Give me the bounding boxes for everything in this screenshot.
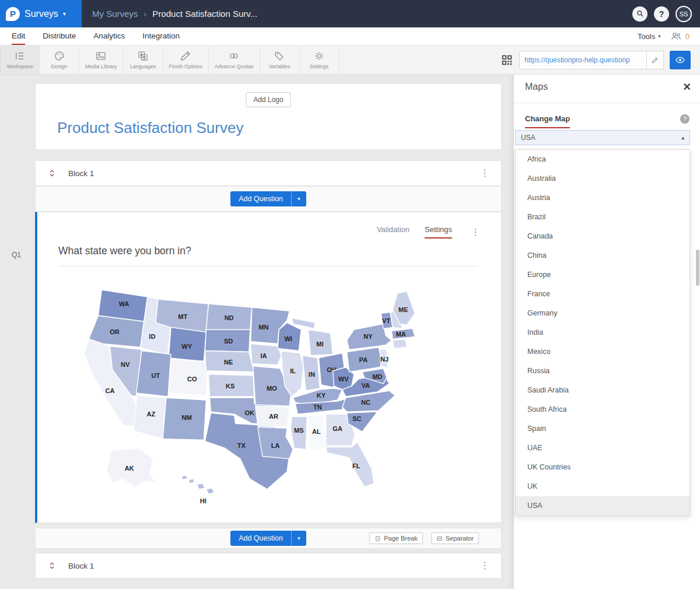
tab-validation[interactable]: Validation: [377, 225, 410, 239]
add-question-button[interactable]: Add Question: [230, 531, 291, 546]
state-hi[interactable]: HI: [200, 488, 215, 504]
variables-icon: [274, 50, 285, 62]
toolbar-item-variables[interactable]: Variables: [260, 45, 300, 74]
state-wy[interactable]: WY: [169, 327, 206, 361]
question-text[interactable]: What state were you born in?: [58, 245, 191, 257]
state-in[interactable]: IN: [302, 356, 320, 391]
tab-settings[interactable]: Settings: [425, 225, 452, 239]
state-mi[interactable]: MI: [308, 329, 332, 355]
toolbar-item-media-library[interactable]: Media Library: [79, 45, 124, 74]
tab-analytics[interactable]: Analytics: [93, 27, 125, 45]
question-tabs: Validation Settings ⋮: [377, 225, 480, 239]
close-panel-button[interactable]: ×: [683, 80, 691, 93]
state-ia[interactable]: IA: [251, 344, 281, 365]
add-logo-button[interactable]: Add Logo: [246, 92, 290, 107]
map-option-france[interactable]: France: [516, 285, 690, 304]
preview-button[interactable]: [670, 51, 691, 69]
state-hi[interactable]: [181, 475, 187, 480]
panel-scrollbar[interactable]: [696, 250, 699, 286]
state-ne[interactable]: NE: [205, 351, 254, 372]
product-switcher[interactable]: P Surveys ▾: [0, 0, 82, 27]
collapse-block-icon[interactable]: [47, 169, 57, 178]
state-ms[interactable]: MS: [290, 416, 307, 449]
edit-url-button[interactable]: [646, 51, 664, 69]
block-title[interactable]: Block 1: [68, 169, 94, 178]
map-option-usa[interactable]: USA: [516, 496, 690, 516]
toolbar-item-settings[interactable]: Settings: [300, 45, 340, 74]
toolbar-item-label: Workspace: [7, 64, 33, 69]
state-ks[interactable]: KS: [208, 374, 254, 397]
state-la[interactable]: LA: [258, 427, 293, 458]
state-ak[interactable]: AK: [106, 448, 156, 488]
search-button[interactable]: [632, 6, 648, 22]
map-option-uk-countries[interactable]: UK Countries: [516, 458, 690, 477]
question-menu-icon[interactable]: ⋮: [471, 227, 480, 237]
map-option-south-africa[interactable]: South Africa: [516, 400, 690, 419]
toolbar-item-languages[interactable]: Languages: [124, 45, 163, 74]
state-nd[interactable]: ND: [206, 304, 251, 329]
add-question-dropdown[interactable]: ▾: [291, 531, 306, 546]
collaborators-button[interactable]: 0: [670, 30, 690, 42]
tab-distribute[interactable]: Distribute: [43, 27, 76, 45]
map-option-china[interactable]: China: [516, 246, 690, 265]
state-pa[interactable]: PA: [347, 348, 382, 372]
help-icon: ?: [659, 9, 664, 19]
map-option-europe[interactable]: Europe: [516, 265, 690, 285]
map-option-uae[interactable]: UAE: [516, 439, 690, 458]
toolbar-item-advance-quotas[interactable]: Advance Quotas: [209, 45, 260, 74]
state-ar[interactable]: AR: [256, 406, 289, 427]
toolbar-item-design[interactable]: Design: [40, 45, 79, 74]
add-question-dropdown[interactable]: ▾: [291, 191, 306, 206]
map-option-canada[interactable]: Canada: [516, 227, 690, 246]
map-option-uk[interactable]: UK: [516, 477, 690, 496]
change-map-help-icon[interactable]: ?: [680, 114, 690, 124]
page-break-button[interactable]: Page Break: [369, 532, 422, 544]
map-select[interactable]: USA ▴: [515, 130, 690, 145]
state-ma[interactable]: MA: [391, 328, 415, 339]
toolbar-item-workspace[interactable]: Workspace: [0, 45, 40, 74]
state-hi[interactable]: [197, 483, 205, 489]
tools-menu[interactable]: Tools ▾: [638, 32, 661, 41]
map-option-africa[interactable]: Africa: [516, 150, 690, 169]
state-nm[interactable]: NM: [163, 398, 206, 440]
add-question-button[interactable]: Add Question: [230, 191, 291, 206]
separator-button[interactable]: Separator: [431, 532, 479, 544]
breadcrumb-my-surveys[interactable]: My Surveys: [92, 9, 138, 19]
map-option-saudi-arabia[interactable]: Saudi Arabia: [516, 381, 690, 400]
map-option-austria[interactable]: Austria: [516, 188, 690, 208]
state-hi[interactable]: [188, 479, 194, 483]
tab-edit[interactable]: Edit: [12, 27, 25, 45]
state-az[interactable]: AZ: [134, 395, 166, 439]
toolbar-item-label: Finish Options: [169, 64, 203, 69]
toolbar-item-finish-options[interactable]: Finish Options: [163, 45, 209, 74]
avatar[interactable]: SS: [676, 6, 692, 22]
map-option-australia[interactable]: Australia: [516, 169, 690, 188]
state-ct[interactable]: [393, 339, 407, 348]
block-title[interactable]: Block 1: [68, 562, 94, 570]
state-al[interactable]: AL: [308, 415, 326, 450]
tab-integration[interactable]: Integration: [142, 27, 180, 45]
state-fl[interactable]: FL: [326, 442, 374, 486]
survey-url-input[interactable]: [519, 51, 646, 69]
survey-header-card: Add Logo Product Satisfaction Survey: [35, 83, 502, 150]
state-ut[interactable]: UT: [136, 351, 171, 397]
state-nj[interactable]: NJ: [380, 349, 388, 369]
map-option-germany[interactable]: Germany: [516, 304, 690, 323]
map-option-india[interactable]: India: [516, 323, 690, 342]
chevron-down-icon: ▾: [63, 10, 66, 17]
state-sd[interactable]: SD: [205, 329, 250, 352]
advance-quotas-icon: [228, 50, 240, 62]
map-option-russia[interactable]: Russia: [516, 362, 690, 381]
survey-title[interactable]: Product Satisfaction Survey: [57, 119, 243, 137]
block-menu-icon[interactable]: ⋮: [480, 169, 489, 178]
help-button[interactable]: ?: [654, 6, 669, 22]
map-options-list: AfricaAustraliaAustriaBrazilCanadaChinaE…: [515, 149, 690, 516]
state-co[interactable]: CO: [169, 359, 208, 395]
map-option-mexico[interactable]: Mexico: [516, 342, 690, 362]
us-map-svg: WAORCANVIDMTWYUTCOAZNMNDSDNEKSOKTXMNIAMO…: [58, 273, 481, 520]
map-option-spain[interactable]: Spain: [516, 419, 690, 439]
qr-code-icon[interactable]: [501, 54, 513, 66]
block-menu-icon[interactable]: ⋮: [480, 561, 489, 570]
map-option-brazil[interactable]: Brazil: [516, 208, 690, 227]
collapse-block-icon[interactable]: [47, 561, 57, 570]
